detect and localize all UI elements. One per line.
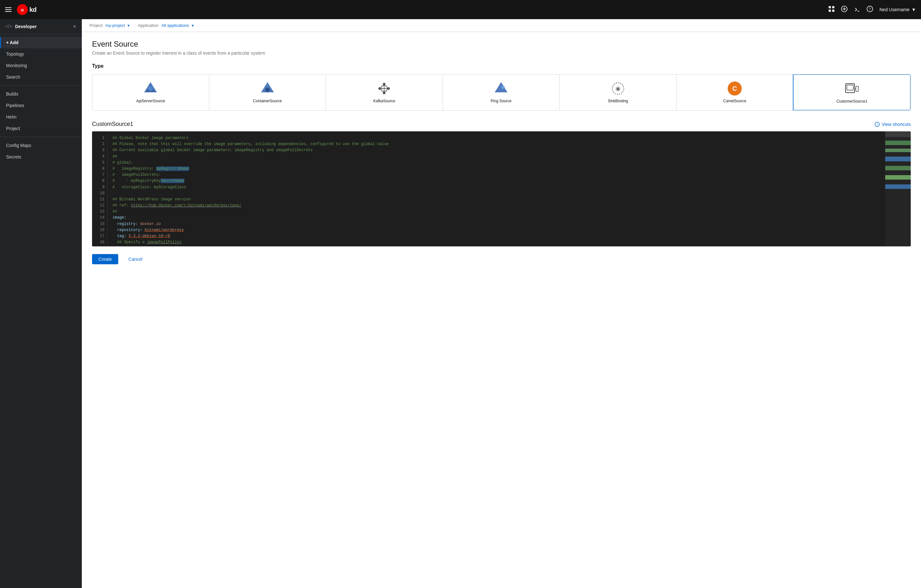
sidebar-item-pipelines[interactable]: Pipelines	[0, 100, 82, 111]
page-title: Event Source	[92, 40, 911, 49]
line-numbers: 1 2 3 4 5 6 7 8 9 10 11 12 13 14 15 16 1	[92, 131, 107, 246]
type-section-title: Type	[92, 63, 911, 69]
svg-rect-5	[832, 10, 835, 12]
sinkbinding-icon: ◉	[610, 81, 626, 96]
code-content[interactable]: ## Global Docker image parameters ## Ple…	[107, 131, 885, 246]
sidebar-item-config-maps-label: Config Maps	[6, 143, 31, 148]
terminal-icon[interactable]	[854, 6, 860, 14]
user-chevron-icon: ▼	[911, 7, 916, 12]
cancel-button[interactable]: Cancel	[124, 254, 148, 264]
create-button[interactable]: Create	[92, 254, 118, 264]
svg-rect-4	[829, 10, 831, 12]
sidebar-item-add-label: + Add	[6, 40, 18, 45]
camelsource-label: CamelSource	[723, 99, 747, 103]
svg-rect-32	[856, 86, 858, 91]
type-card-containersource[interactable]: ContainerSource	[209, 75, 326, 110]
kafkasource-icon	[376, 81, 392, 96]
page-content: Event Source Create an Event Source to r…	[82, 32, 921, 588]
customsource-header: CustomSource1 ? View shortcuts	[92, 121, 911, 127]
sidebar-item-add[interactable]: + Add	[0, 37, 82, 48]
pingsource-icon	[493, 81, 509, 96]
hamburger-menu[interactable]	[5, 7, 11, 12]
project-chevron-icon: ▼	[127, 24, 130, 28]
sidebar-item-topology-label: Topology	[6, 51, 24, 57]
code-minimap	[885, 131, 911, 246]
type-card-customersource1[interactable]: CustomerSource1	[793, 74, 911, 111]
context-switcher[interactable]: </> Developer ▼	[0, 19, 82, 34]
application-label: Application:	[138, 23, 159, 28]
svg-rect-3	[832, 6, 835, 8]
application-value: All applications	[161, 23, 189, 28]
sidebar-item-pipelines-label: Pipelines	[6, 103, 24, 108]
sidebar-item-topology[interactable]: Topology	[0, 48, 82, 60]
main-content: Project: my-project ▼ Application: All a…	[82, 19, 921, 588]
sidebar-item-monitoring-label: Monitoring	[6, 63, 27, 68]
top-navigation: o kd ? Ned Username ▼	[0, 0, 921, 19]
grid-icon[interactable]	[828, 6, 835, 14]
svg-text:o: o	[21, 7, 24, 13]
sidebar-item-monitoring[interactable]: Monitoring	[0, 60, 82, 71]
project-value: my-project	[106, 23, 125, 28]
svg-marker-24	[495, 82, 508, 92]
sidebar-item-search[interactable]: Search	[0, 71, 82, 83]
sinkbinding-label: SinkBinding	[608, 99, 628, 103]
help-icon[interactable]: ?	[867, 6, 873, 14]
svg-point-19	[383, 92, 386, 94]
svg-text:C: C	[732, 85, 737, 92]
sidebar-item-project[interactable]: Project	[0, 123, 82, 134]
code-editor[interactable]: 1 2 3 4 5 6 7 8 9 10 11 12 13 14 15 16 1	[92, 131, 911, 246]
kafkasource-label: KafkaSource	[373, 99, 395, 103]
form-actions: Create Cancel	[92, 254, 911, 272]
logo-icon: o	[16, 4, 28, 15]
context-icon: </>	[5, 24, 13, 29]
apiserversource-label: ApiServerSource	[136, 99, 165, 103]
sidebar-item-secrets[interactable]: Secrets	[0, 151, 82, 163]
project-selector[interactable]: Project: my-project ▼	[89, 23, 130, 28]
project-label: Project:	[89, 23, 104, 28]
type-card-sinkbinding[interactable]: ◉ SinkBinding	[560, 75, 677, 110]
type-card-kafkasource[interactable]: KafkaSource	[326, 75, 443, 110]
svg-point-21	[387, 87, 390, 90]
context-label: Developer	[15, 24, 37, 29]
top-nav-right: ? Ned Username ▼	[828, 6, 916, 14]
secondary-header: Project: my-project ▼ Application: All a…	[82, 19, 921, 32]
pingsource-label: Ping Source	[491, 99, 511, 103]
add-icon[interactable]	[841, 6, 848, 14]
sidebar-item-helm-label: Helm	[6, 114, 16, 119]
sidebar-item-builds[interactable]: Builds	[0, 88, 82, 100]
sidebar-divider	[0, 85, 82, 86]
help-circle-icon: ?	[875, 122, 880, 127]
view-shortcuts-link[interactable]: ? View shortcuts	[875, 122, 911, 127]
svg-text:◉: ◉	[615, 85, 621, 92]
user-menu[interactable]: Ned Username ▼	[879, 7, 916, 12]
svg-point-20	[378, 87, 381, 90]
app-layout: </> Developer ▼ + Add Topology Monitorin…	[0, 19, 921, 588]
sidebar-item-config-maps[interactable]: Config Maps	[0, 140, 82, 151]
application-chevron-icon: ▼	[191, 24, 195, 28]
svg-point-18	[383, 83, 386, 85]
user-name: Ned Username	[879, 7, 910, 12]
containersource-icon	[260, 81, 275, 96]
customersource1-icon	[844, 81, 860, 96]
svg-point-25	[501, 86, 504, 89]
sidebar-item-builds-label: Builds	[6, 91, 18, 96]
sidebar-item-project-label: Project	[6, 126, 20, 131]
apiserversource-icon	[143, 81, 158, 96]
type-card-pingsource[interactable]: Ping Source	[443, 75, 560, 110]
svg-point-16	[265, 88, 270, 92]
sidebar-nav: + Add Topology Monitoring Search Builds …	[0, 34, 82, 588]
app-logo: o kd	[16, 4, 36, 15]
svg-text:?: ?	[877, 123, 878, 126]
customsource-title: CustomSource1	[92, 121, 133, 127]
view-shortcuts-label: View shortcuts	[882, 122, 911, 127]
type-card-camelsource[interactable]: C CamelSource	[677, 75, 794, 110]
type-card-apiserversource[interactable]: ApiServerSource	[92, 75, 209, 110]
page-subtitle: Create an Event Source to register inter…	[92, 50, 911, 55]
sidebar-item-secrets-label: Secrets	[6, 154, 21, 160]
svg-text:?: ?	[869, 7, 871, 11]
sidebar-item-helm[interactable]: Helm	[0, 111, 82, 123]
sidebar: </> Developer ▼ + Add Topology Monitorin…	[0, 19, 82, 588]
containersource-label: ContainerSource	[253, 99, 282, 103]
type-cards: ApiServerSource ContainerSource	[92, 74, 911, 111]
application-selector[interactable]: Application: All applications ▼	[138, 23, 195, 28]
